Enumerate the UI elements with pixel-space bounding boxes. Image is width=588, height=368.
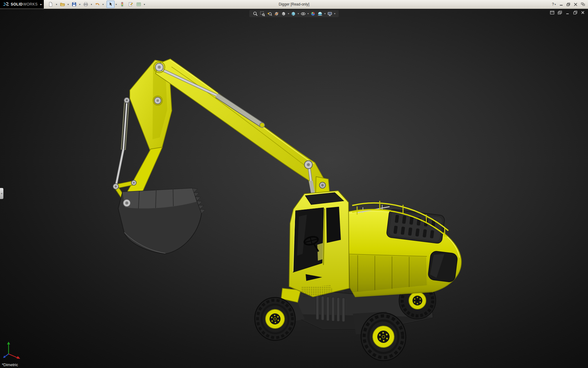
dropdown-caret[interactable]: ▾ xyxy=(324,12,326,15)
doc-restore-icon xyxy=(573,11,577,14)
edit-appearance-button[interactable] xyxy=(310,11,316,17)
dropdown-caret[interactable]: ▾ xyxy=(102,3,105,6)
doc-restore-button[interactable] xyxy=(572,10,578,15)
print-button[interactable] xyxy=(82,1,90,8)
section-view-icon xyxy=(274,11,279,16)
new-window-icon xyxy=(550,11,554,14)
new-window-button[interactable] xyxy=(549,10,555,15)
dropdown-caret[interactable]: ▾ xyxy=(334,12,336,15)
undo-button[interactable] xyxy=(93,1,101,8)
minimize-button[interactable] xyxy=(560,1,563,7)
select-tool-button[interactable] xyxy=(107,1,115,8)
apply-scene-button[interactable] xyxy=(317,11,323,17)
brand-light: WORKS xyxy=(23,2,38,6)
rebuild-icon xyxy=(120,2,125,7)
dropdown-caret[interactable]: ▾ xyxy=(297,12,299,15)
app-window-controls: ? ▾ xyxy=(552,1,588,7)
help-label: ? xyxy=(552,2,554,6)
main-toolbar: ▾ ▾ ▾ ▾ ▾ xyxy=(47,1,146,8)
3ds-logo-icon xyxy=(2,2,9,7)
orientation-triad xyxy=(2,341,24,361)
new-document-button[interactable] xyxy=(47,1,55,8)
open-button[interactable] xyxy=(58,1,66,8)
close-button[interactable] xyxy=(574,1,577,7)
dropdown-caret[interactable]: ▾ xyxy=(78,3,81,6)
help-button[interactable]: ? ▾ xyxy=(552,1,556,7)
document-window-controls xyxy=(549,10,586,15)
solidworks-logo[interactable]: SOLID WORKS ▸ xyxy=(0,0,44,9)
dropdown-caret[interactable]: ▾ xyxy=(90,3,93,6)
open-folder-icon xyxy=(60,2,65,7)
titlebar: SOLID WORKS ▸ ▾ ▾ ▾ xyxy=(0,0,588,9)
section-view-button[interactable] xyxy=(273,11,280,17)
excavator-body xyxy=(341,201,462,297)
hide-show-items-button[interactable] xyxy=(300,11,306,17)
panel-flyout-tab[interactable]: « xyxy=(0,188,3,199)
display-style-icon xyxy=(281,11,286,16)
save-button[interactable] xyxy=(70,1,78,8)
restore-icon xyxy=(567,3,570,6)
zoom-to-area-icon xyxy=(260,11,265,16)
apply-scene-icon xyxy=(318,11,322,16)
view-settings-icon xyxy=(327,11,332,16)
graphics-viewport[interactable]: ▾ ▾ ▾ xyxy=(0,9,588,368)
undo-icon xyxy=(95,2,100,7)
doc-minimize-button[interactable] xyxy=(565,10,570,15)
view-orientation-button[interactable] xyxy=(290,11,296,17)
tile-windows-icon xyxy=(581,2,585,6)
rear-window-panel xyxy=(428,251,458,282)
zoom-to-fit-icon xyxy=(253,11,258,16)
doc-close-icon xyxy=(581,11,585,14)
options-icon xyxy=(136,2,141,7)
heads-up-view-toolbar: ▾ ▾ ▾ xyxy=(249,10,339,17)
close-icon xyxy=(574,3,577,6)
tile-windows-button[interactable] xyxy=(581,1,585,7)
new-document-icon xyxy=(48,2,53,7)
restore-button[interactable] xyxy=(567,1,570,7)
dropdown-caret[interactable]: ▾ xyxy=(288,12,289,15)
dropdown-caret[interactable]: ▾ xyxy=(55,3,58,6)
view-settings-button[interactable] xyxy=(327,11,333,17)
excavator-bucket xyxy=(118,188,205,254)
previous-view-icon xyxy=(267,11,272,16)
excavator-cab xyxy=(281,191,349,302)
brand-bold: SOLID xyxy=(11,2,23,6)
file-properties-icon xyxy=(128,2,133,7)
doc-close-button[interactable] xyxy=(580,10,586,15)
doc-minimize-icon xyxy=(566,11,569,14)
excavator-model xyxy=(0,9,588,368)
edit-appearance-icon xyxy=(311,11,315,16)
dropdown-caret[interactable]: ▾ xyxy=(115,3,118,6)
hide-show-items-icon xyxy=(301,11,306,16)
view-orientation-icon xyxy=(291,11,296,16)
options-button[interactable] xyxy=(135,1,143,8)
display-style-button[interactable] xyxy=(281,11,287,17)
select-cursor-icon xyxy=(108,2,113,7)
save-icon xyxy=(72,2,77,7)
dropdown-caret[interactable]: ▾ xyxy=(67,3,70,6)
previous-view-button[interactable] xyxy=(266,11,273,17)
menu-expand-button[interactable]: ▸ xyxy=(40,3,42,6)
x-axis-arrow xyxy=(17,356,20,359)
print-icon xyxy=(83,2,88,7)
cascade-windows-icon xyxy=(558,11,562,14)
chevron-down-icon: ▾ xyxy=(555,3,556,6)
zoom-to-area-button[interactable] xyxy=(259,11,266,17)
cascade-windows-button[interactable] xyxy=(557,10,563,15)
y-axis-arrow xyxy=(7,342,10,344)
dropdown-caret[interactable]: ▾ xyxy=(143,3,146,6)
rebuild-button[interactable] xyxy=(118,1,126,8)
minimize-icon xyxy=(560,3,563,6)
view-orientation-label: *Dimetric xyxy=(2,362,18,367)
file-properties-button[interactable] xyxy=(126,1,134,8)
zoom-to-fit-button[interactable] xyxy=(252,11,258,17)
dropdown-caret[interactable]: ▾ xyxy=(307,12,309,15)
